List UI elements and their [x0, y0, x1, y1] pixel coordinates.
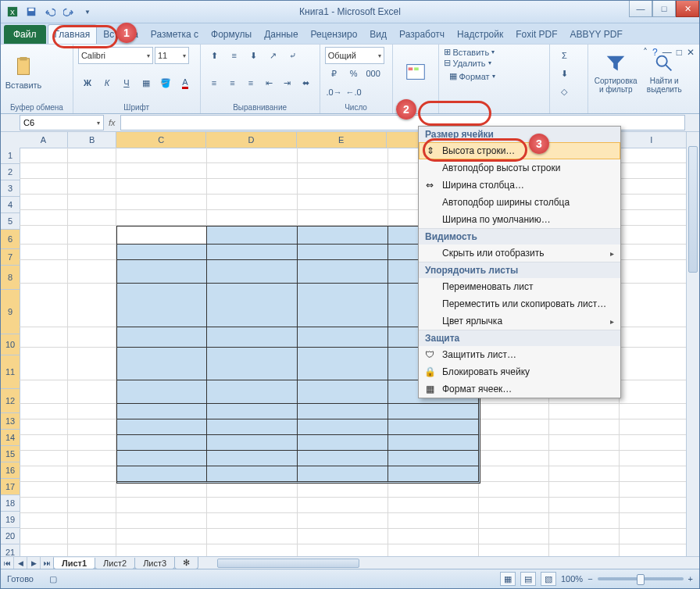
currency-button[interactable]: ₽ — [325, 65, 344, 82]
help-icon[interactable]: ? — [652, 47, 658, 58]
menu-rename-sheet[interactable]: Переименовать лист — [419, 278, 620, 295]
border-button[interactable]: ▦ — [137, 74, 155, 91]
qat-dropdown-icon[interactable]: ▼ — [79, 3, 96, 20]
fill-button[interactable]: ⬇ — [555, 65, 573, 82]
orientation-button[interactable]: ↗ — [264, 47, 283, 64]
row-header-15[interactable]: 15 — [1, 446, 20, 462]
tab-developer[interactable]: Разработч — [393, 25, 451, 44]
zoom-knob[interactable] — [637, 574, 645, 585]
underline-button[interactable]: Ч — [117, 74, 136, 91]
horizontal-scroll-thumb[interactable] — [217, 559, 359, 568]
fill-color-button[interactable]: 🪣 — [156, 74, 175, 91]
name-box[interactable]: C6▾ — [20, 115, 104, 130]
bold-button[interactable]: Ж — [78, 74, 97, 91]
comma-button[interactable]: 000 — [364, 65, 383, 82]
row-header-12[interactable]: 12 — [1, 389, 20, 413]
menu-move-copy[interactable]: Переместить или скопировать лист… — [419, 295, 620, 312]
col-header-C[interactable]: C — [116, 132, 206, 148]
merge-button[interactable]: ⬌ — [297, 74, 315, 91]
mdi-min-icon[interactable]: — — [662, 47, 672, 58]
sheet-tab-3[interactable]: Лист3 — [134, 558, 175, 569]
tab-addins[interactable]: Надстройк — [451, 25, 509, 44]
row-header-14[interactable]: 14 — [1, 430, 20, 446]
col-header-I[interactable]: I — [616, 132, 687, 148]
select-all-corner[interactable] — [1, 132, 20, 148]
align-middle-button[interactable]: ≡ — [225, 47, 244, 64]
row-header-17[interactable]: 17 — [1, 479, 20, 495]
menu-format-cells[interactable]: ▦Формат ячеек… — [419, 380, 620, 398]
tab-data[interactable]: Данные — [258, 25, 304, 44]
row-header-10[interactable]: 10 — [1, 334, 20, 355]
menu-tab-color[interactable]: Цвет ярлычка▸ — [419, 312, 620, 330]
align-bottom-button[interactable]: ⬇ — [245, 47, 263, 64]
new-sheet-button[interactable]: ✻ — [174, 557, 198, 569]
tab-abbyy[interactable]: ABBYY PDF — [564, 25, 629, 44]
font-size-combo[interactable]: 11▾ — [155, 47, 189, 64]
col-header-E[interactable]: E — [297, 132, 387, 148]
row-header-11[interactable]: 11 — [1, 355, 20, 389]
cond-format-button[interactable] — [398, 47, 434, 98]
row-header-7[interactable]: 7 — [1, 249, 20, 266]
row-header-20[interactable]: 20 — [1, 528, 20, 544]
vertical-scrollbar[interactable] — [686, 132, 699, 557]
font-name-combo[interactable]: Calibri▾ — [78, 47, 153, 64]
col-header-A[interactable]: A — [20, 132, 68, 148]
undo-icon[interactable] — [41, 3, 59, 20]
macro-record-icon[interactable]: ▢ — [49, 574, 57, 584]
tab-view[interactable]: Вид — [363, 25, 393, 44]
format-cells-button[interactable]: ▦Формат▾ — [444, 69, 545, 84]
tab-foxit[interactable]: Foxit PDF — [509, 25, 563, 44]
view-layout-button[interactable]: ▤ — [520, 572, 536, 586]
align-left-button[interactable]: ≡ — [205, 74, 223, 91]
row-headers[interactable]: 1234567891011121314151617181920212223 — [1, 148, 20, 557]
col-header-D[interactable]: D — [206, 132, 296, 148]
mdi-close-icon[interactable]: ✕ — [687, 47, 695, 58]
tab-scroll-buttons[interactable]: ⏮◀▶⏭ — [1, 557, 54, 569]
tab-home[interactable]: Главная — [48, 24, 98, 44]
close-button[interactable]: ✕ — [676, 1, 699, 17]
zoom-out-button[interactable]: − — [588, 574, 592, 584]
zoom-slider[interactable] — [598, 577, 684, 580]
menu-protect-sheet[interactable]: 🛡Защитить лист… — [419, 346, 620, 363]
fx-icon[interactable]: fx — [109, 118, 116, 127]
sheet-tab-1[interactable]: Лист1 — [53, 558, 95, 569]
row-header-2[interactable]: 2 — [1, 164, 20, 180]
sort-filter-button[interactable]: Сортировка и фильтр — [593, 47, 638, 98]
align-right-button[interactable]: ≡ — [242, 74, 260, 91]
insert-cells-button[interactable]: ⊞Вставить▾ — [444, 47, 545, 57]
row-header-6[interactable]: 6 — [1, 230, 20, 249]
autosum-button[interactable]: Σ — [555, 47, 573, 64]
zoom-in-button[interactable]: + — [688, 574, 693, 584]
minimize-ribbon-icon[interactable]: ˄ — [643, 47, 648, 58]
row-header-19[interactable]: 19 — [1, 512, 20, 528]
vertical-scroll-thumb[interactable] — [688, 146, 698, 273]
save-icon[interactable] — [23, 3, 40, 20]
row-header-5[interactable]: 5 — [1, 213, 20, 230]
menu-row-height[interactable]: ⇕Высота строки… — [419, 142, 620, 159]
inc-decimal-button[interactable]: .0→ — [325, 84, 344, 101]
menu-default-width[interactable]: Ширина по умолчанию… — [419, 211, 620, 228]
align-top-button[interactable]: ⬆ — [205, 47, 224, 64]
indent-dec-button[interactable]: ⇤ — [260, 74, 278, 91]
tab-formulas[interactable]: Формулы — [205, 25, 258, 44]
row-header-4[interactable]: 4 — [1, 197, 20, 213]
menu-autofit-row[interactable]: Автоподбор высоты строки — [419, 159, 620, 177]
clear-button[interactable]: ◇ — [555, 83, 573, 100]
maximize-button[interactable]: □ — [652, 1, 676, 17]
font-color-button[interactable]: A — [176, 74, 195, 91]
wrap-text-button[interactable]: ⤶ — [284, 47, 302, 64]
row-header-3[interactable]: 3 — [1, 180, 20, 197]
menu-autofit-col[interactable]: Автоподбор ширины столбца — [419, 194, 620, 211]
file-tab[interactable]: Файл — [4, 25, 46, 44]
align-center-button[interactable]: ≡ — [223, 74, 241, 91]
sheet-tab-2[interactable]: Лист2 — [95, 558, 135, 569]
row-header-16[interactable]: 16 — [1, 462, 20, 479]
menu-lock-cell[interactable]: 🔒Блокировать ячейку — [419, 363, 620, 380]
menu-column-width[interactable]: ⇔Ширина столбца… — [419, 177, 620, 194]
number-format-combo[interactable]: Общий▾ — [325, 47, 384, 64]
percent-button[interactable]: % — [345, 65, 363, 82]
menu-hide-unhide[interactable]: Скрыть или отобразить▸ — [419, 245, 620, 262]
minimize-button[interactable]: — — [629, 1, 652, 17]
dec-decimal-button[interactable]: ←.0 — [345, 84, 363, 101]
paste-button[interactable]: Вставить — [5, 47, 41, 98]
